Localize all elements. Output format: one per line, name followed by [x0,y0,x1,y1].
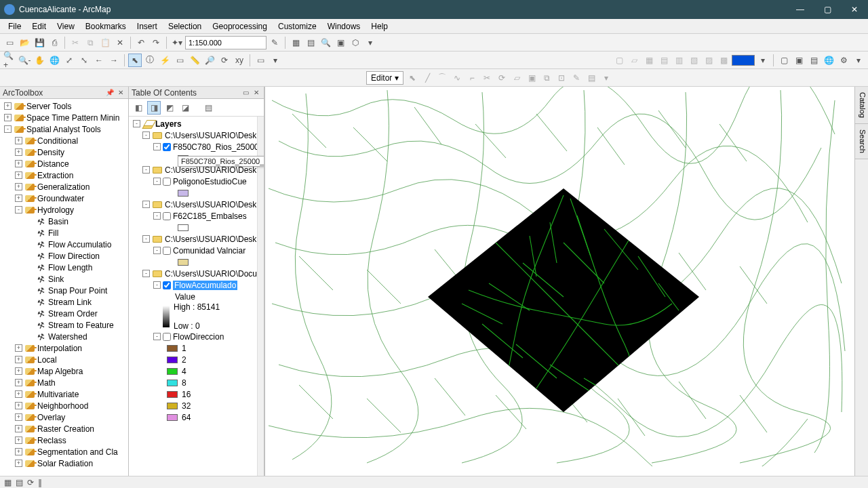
layer-visibility-checkbox[interactable] [163,333,171,341]
fixed-zoom-out-icon[interactable]: ⤡ [77,54,91,67]
expand-icon[interactable] [26,218,33,225]
expand-icon[interactable] [26,298,33,306]
toc-node[interactable]: -PoligonoEstudioCue [130,176,262,187]
expand-icon[interactable]: + [15,183,22,190]
expand-icon[interactable]: - [142,166,150,174]
expand-icon[interactable]: - [153,212,161,220]
expand-icon[interactable] [26,241,33,248]
toc-node[interactable]: Value [130,291,262,302]
toolbox-node[interactable]: ⚒Flow Direction [1,250,127,262]
toolbox-node[interactable]: +Multivariate [1,388,127,400]
draw-poly-icon[interactable]: ▱ [627,54,641,67]
editor-toolbar-icon[interactable]: ✎ [268,36,281,49]
fill-color-swatch[interactable] [732,55,755,66]
toolbox-node[interactable]: +Solar Radiation [1,458,127,469]
html-popup-icon[interactable]: ▭ [173,54,186,67]
map-view[interactable] [264,87,854,476]
toolbox-node[interactable]: +Distance [1,158,127,169]
geo-globe-icon[interactable]: 🌐 [822,54,835,67]
panel-close-icon[interactable]: ✕ [116,88,125,98]
toolbox-node[interactable]: +Density [1,146,127,158]
minimize-button[interactable]: — [787,0,814,19]
layer-visibility-checkbox[interactable] [163,143,171,151]
class-swatch[interactable] [167,357,178,363]
toolbox-node[interactable]: +Conditional [1,135,127,146]
draw-boxes-icon[interactable]: ▦ [642,54,656,67]
geo-gear-icon[interactable]: ⚙ [837,54,850,67]
toolbox-node[interactable]: +Interpolation [1,342,127,354]
draw-cut-icon[interactable]: ▨ [702,54,715,67]
delete-icon[interactable]: ✕ [113,36,127,49]
close-button[interactable]: ✕ [841,0,868,19]
scale-input[interactable] [185,36,267,49]
expand-icon[interactable]: - [142,235,150,243]
toc-scroll[interactable] [257,117,264,476]
editor-dropdown[interactable]: Editor▾ [366,71,403,85]
create-viewer-icon[interactable]: ▾ [269,54,282,67]
class-swatch[interactable] [167,403,178,409]
catalog-tab[interactable]: Catalog [855,87,868,124]
toolbox-node[interactable]: ⚒Flow Accumulatio [1,239,127,250]
toc-node[interactable]: 2 [130,354,262,365]
copy-icon[interactable]: ⧉ [83,36,97,49]
pin-icon[interactable]: 📌 [105,88,115,98]
expand-icon[interactable] [26,310,33,317]
expand-icon[interactable] [26,229,33,237]
expand-icon[interactable]: + [15,448,22,455]
expand-icon[interactable]: - [142,131,150,139]
toc-node[interactable]: 1 [130,342,262,354]
toc-node[interactable] [130,187,262,199]
expand-icon[interactable]: + [15,148,22,156]
layer-visibility-checkbox[interactable] [163,178,171,186]
add-data-icon[interactable]: ✦▾ [170,36,184,49]
identify-icon[interactable]: ⓘ [143,54,157,67]
expand-icon[interactable]: - [153,143,161,150]
forward-icon[interactable]: → [107,54,121,67]
toolbox-node[interactable]: +Reclass [1,434,127,446]
toolbox-node[interactable]: -Spatial Analyst Tools [1,123,127,135]
fill-dd-icon[interactable]: ▾ [756,54,770,67]
layer-name[interactable]: FlowAccumulado [173,281,237,290]
full-extent-icon[interactable]: 🌐 [47,54,61,67]
class-swatch[interactable] [167,368,178,375]
symbol-swatch[interactable] [178,259,189,266]
new-doc-icon[interactable]: ▭ [3,36,16,49]
toolbox-node[interactable]: ⚒Flow Length [1,262,127,273]
menu-selection[interactable]: Selection [163,20,207,33]
layer-visibility-checkbox[interactable] [163,247,171,255]
menu-edit[interactable]: Edit [26,20,52,33]
menu-geoprocessing[interactable]: Geoprocessing [207,20,273,33]
toolbox-node[interactable]: +Map Algebra [1,365,127,377]
symbol-swatch[interactable] [178,224,189,231]
refresh-icon[interactable]: ⟳ [27,478,34,487]
layer-name[interactable]: F62C185_Embalses [173,211,247,221]
toc-list-selection-icon[interactable]: ◪ [178,101,192,115]
toc-node[interactable] [130,222,262,233]
select-elements-icon[interactable]: ⬉ [128,54,142,67]
toc-restore-icon[interactable]: ▭ [241,88,250,98]
data-view-icon[interactable]: ▦ [4,478,12,487]
print-icon[interactable]: ⎙ [47,36,61,49]
more-dropdown-icon[interactable]: ▾ [363,36,377,49]
draw-unify-icon[interactable]: ▩ [717,54,730,67]
draw-split-icon[interactable]: ▥ [672,54,686,67]
expand-icon[interactable]: + [15,356,22,363]
expand-icon[interactable]: - [133,120,140,127]
expand-icon[interactable]: + [15,367,22,375]
expand-icon[interactable]: - [4,125,12,133]
open-icon[interactable]: 📂 [18,36,31,49]
draw-grid-icon[interactable]: ▤ [657,54,671,67]
layer-visibility-checkbox[interactable] [163,281,171,289]
search-tab[interactable]: Search [855,124,868,159]
toolbox-node[interactable]: +Local [1,354,127,365]
toolbox-node[interactable]: +Math [1,377,127,388]
menu-view[interactable]: View [52,20,80,33]
toolbox-node[interactable]: ⚒Stream Link [1,296,127,308]
toc-node[interactable]: -Layers [130,118,262,129]
expand-icon[interactable]: + [4,114,12,121]
expand-icon[interactable] [26,287,33,294]
toc-node[interactable]: -FlowAccumulado [130,279,262,291]
expand-icon[interactable]: + [15,413,22,421]
expand-icon[interactable]: - [142,201,150,208]
expand-icon[interactable]: - [142,270,150,277]
